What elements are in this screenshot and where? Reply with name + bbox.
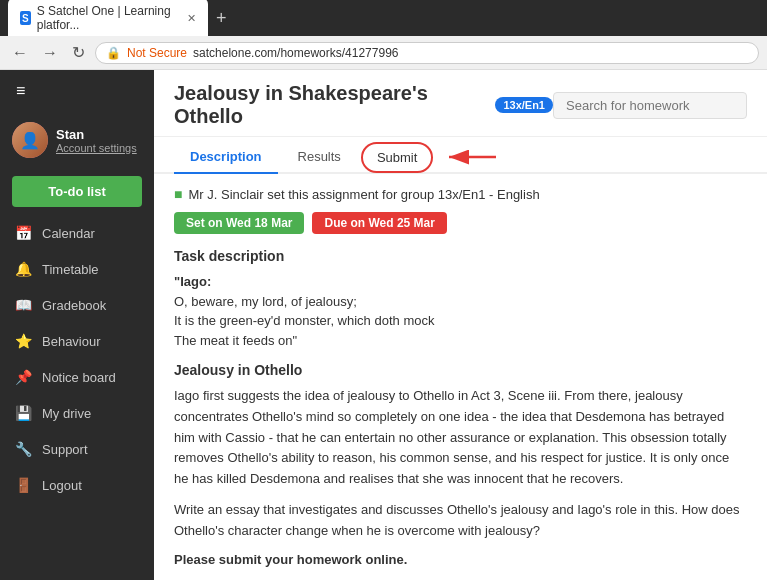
- sidebar-item-logout-label: Logout: [42, 478, 82, 493]
- gradebook-icon: 📖: [14, 297, 32, 313]
- avatar-image: 👤: [12, 122, 48, 158]
- sidebar-item-gradebook[interactable]: 📖 Gradebook: [0, 287, 154, 323]
- forward-btn[interactable]: →: [38, 42, 62, 64]
- quote-speaker: "Iago:: [174, 274, 211, 289]
- user-section: 👤 Stan Account settings: [0, 112, 154, 168]
- calendar-icon: 📅: [14, 225, 32, 241]
- jealousy-section-title: Jealousy in Othello: [174, 362, 747, 378]
- sidebar-item-timetable-label: Timetable: [42, 262, 99, 277]
- sidebar-item-mydrive-label: My drive: [42, 406, 91, 421]
- browser-chrome: S S Satchel One | Learning platfor... ✕ …: [0, 0, 767, 36]
- tab-results[interactable]: Results: [282, 141, 357, 174]
- sidebar-item-calendar-label: Calendar: [42, 226, 95, 241]
- main-content: Jealousy in Shakespeare's Othello 13x/En…: [154, 70, 767, 580]
- sidebar-navigation: 📅 Calendar 🔔 Timetable 📖 Gradebook ⭐ Beh…: [0, 215, 154, 503]
- sidebar-item-support-label: Support: [42, 442, 88, 457]
- sidebar-item-behaviour-label: Behaviour: [42, 334, 101, 349]
- timetable-icon: 🔔: [14, 261, 32, 277]
- sidebar-item-noticeboard-label: Notice board: [42, 370, 116, 385]
- nav-bar: ← → ↻ 🔒 Not Secure satchelone.com/homewo…: [0, 36, 767, 70]
- submit-note-text: Please submit your homework online.: [174, 552, 747, 567]
- assignment-info-text: Mr J. Sinclair set this assignment for g…: [188, 187, 539, 202]
- tab-title: S Satchel One | Learning platfor...: [37, 4, 175, 32]
- quote-line3: The meat it feeds on": [174, 333, 297, 348]
- date-badges: Set on Wed 18 Mar Due on Wed 25 Mar: [174, 212, 747, 234]
- submit-arrow-annotation: [441, 145, 501, 169]
- page-title: Jealousy in Shakespeare's Othello: [174, 82, 485, 128]
- quote-line2: It is the green-ey'd monster, which doth…: [174, 313, 434, 328]
- quote-line1: O, beware, my lord, of jealousy;: [174, 294, 357, 309]
- class-badge: 13x/En1: [495, 97, 553, 113]
- essay-prompt-text: Write an essay that investigates and dis…: [174, 500, 747, 542]
- logout-icon: 🚪: [14, 477, 32, 493]
- sidebar-item-gradebook-label: Gradebook: [42, 298, 106, 313]
- hamburger-btn[interactable]: ≡: [0, 70, 154, 112]
- noticeboard-icon: 📌: [14, 369, 32, 385]
- jealousy-body-text: Iago first suggests the idea of jealousy…: [174, 386, 747, 490]
- sidebar-item-mydrive[interactable]: 💾 My drive: [0, 395, 154, 431]
- search-input[interactable]: [553, 92, 747, 119]
- sidebar: ≡ 👤 Stan Account settings To-do list 📅 C…: [0, 70, 154, 580]
- support-icon: 🔧: [14, 441, 32, 457]
- sidebar-item-behaviour[interactable]: ⭐ Behaviour: [0, 323, 154, 359]
- task-description-quote: "Iago: O, beware, my lord, of jealousy; …: [174, 272, 747, 350]
- behaviour-icon: ⭐: [14, 333, 32, 349]
- sidebar-item-support[interactable]: 🔧 Support: [0, 431, 154, 467]
- url-text: satchelone.com/homeworks/41277996: [193, 46, 398, 60]
- user-name: Stan: [56, 127, 137, 142]
- app-container: ≡ 👤 Stan Account settings To-do list 📅 C…: [0, 70, 767, 580]
- back-btn[interactable]: ←: [8, 42, 32, 64]
- avatar: 👤: [12, 122, 48, 158]
- user-info: Stan Account settings: [56, 127, 137, 154]
- sidebar-item-noticeboard[interactable]: 📌 Notice board: [0, 359, 154, 395]
- set-date-badge: Set on Wed 18 Mar: [174, 212, 304, 234]
- security-label: Not Secure: [127, 46, 187, 60]
- account-settings-link[interactable]: Account settings: [56, 142, 137, 154]
- main-header: Jealousy in Shakespeare's Othello 13x/En…: [154, 70, 767, 137]
- mydrive-icon: 💾: [14, 405, 32, 421]
- sidebar-item-timetable[interactable]: 🔔 Timetable: [0, 251, 154, 287]
- address-bar[interactable]: 🔒 Not Secure satchelone.com/homeworks/41…: [95, 42, 759, 64]
- sidebar-item-logout[interactable]: 🚪 Logout: [0, 467, 154, 503]
- check-icon: ■: [174, 186, 182, 202]
- reload-btn[interactable]: ↻: [68, 41, 89, 64]
- security-icon: 🔒: [106, 46, 121, 60]
- tab-description[interactable]: Description: [174, 141, 278, 174]
- page-title-row: Jealousy in Shakespeare's Othello 13x/En…: [174, 82, 553, 128]
- sidebar-item-calendar[interactable]: 📅 Calendar: [0, 215, 154, 251]
- tab-favicon: S: [20, 11, 31, 25]
- tab-submit[interactable]: Submit: [361, 142, 433, 173]
- assignment-info: ■ Mr J. Sinclair set this assignment for…: [174, 186, 747, 202]
- new-tab-btn[interactable]: +: [216, 9, 227, 27]
- task-description-title: Task description: [174, 248, 747, 264]
- due-date-badge: Due on Wed 25 Mar: [312, 212, 446, 234]
- tab-close-btn[interactable]: ✕: [187, 12, 196, 25]
- todo-list-button[interactable]: To-do list: [12, 176, 142, 207]
- browser-tab[interactable]: S S Satchel One | Learning platfor... ✕: [8, 0, 208, 38]
- content-body: ■ Mr J. Sinclair set this assignment for…: [154, 174, 767, 580]
